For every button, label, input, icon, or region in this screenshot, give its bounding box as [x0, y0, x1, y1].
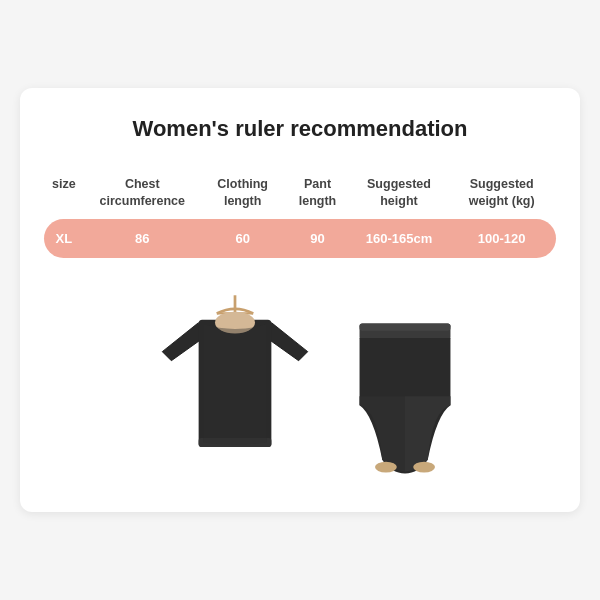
table-header-row: size Chest circumference Clothing length… — [44, 170, 556, 219]
cell-pant-length: 90 — [284, 219, 350, 258]
svg-rect-6 — [360, 323, 451, 330]
cell-clothing-length: 60 — [201, 219, 285, 258]
svg-point-8 — [413, 461, 435, 472]
pants-image — [355, 323, 455, 483]
page-title: Women's ruler recommendation — [44, 116, 556, 142]
col-clothing-length: Clothing length — [201, 170, 285, 219]
product-image-area — [44, 288, 556, 488]
cell-chest: 86 — [84, 219, 201, 258]
col-suggested-height: Suggested height — [351, 170, 448, 219]
col-suggested-weight: Suggested weight (kg) — [447, 170, 556, 219]
product-size-card: Women's ruler recommendation size Chest … — [20, 88, 580, 512]
cell-weight: 100-120 — [447, 219, 556, 258]
col-pant-length: Pant length — [284, 170, 350, 219]
svg-point-7 — [375, 461, 397, 472]
col-size: size — [44, 170, 84, 219]
cell-height: 160-165cm — [351, 219, 448, 258]
cell-size: XL — [44, 219, 84, 258]
table-row: XL 86 60 90 160-165cm 100-120 — [44, 219, 556, 258]
size-table: size Chest circumference Clothing length… — [44, 170, 556, 258]
col-chest: Chest circumference — [84, 170, 201, 219]
shirt-image — [145, 288, 325, 488]
